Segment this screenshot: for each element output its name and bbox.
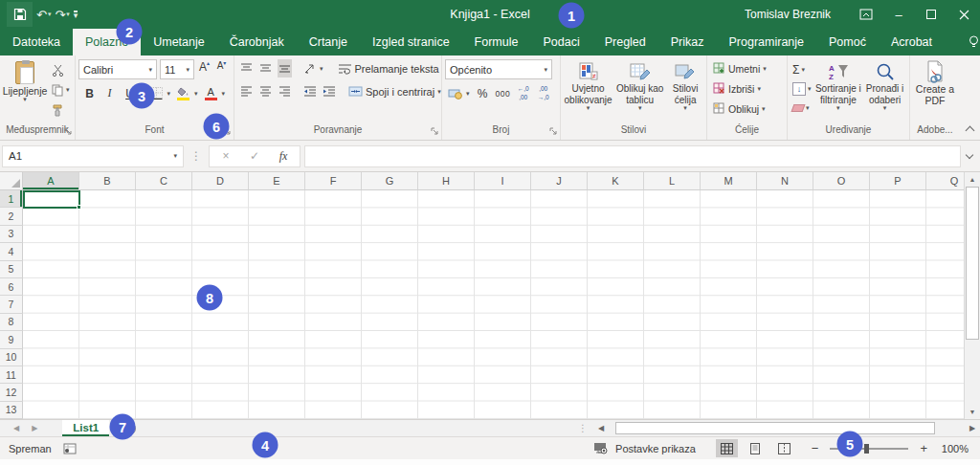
customize-qat-button[interactable]: ▾ bbox=[74, 11, 78, 18]
horizontal-scrollbar[interactable]: ⋮ ◀ ▶ bbox=[572, 420, 980, 436]
ribbon-tab[interactable]: Pregled bbox=[592, 29, 658, 55]
column-header[interactable]: E bbox=[249, 172, 305, 190]
expand-formula-bar-button[interactable] bbox=[961, 155, 978, 158]
align-bottom-button[interactable] bbox=[278, 59, 292, 78]
percent-style-button[interactable]: % bbox=[476, 84, 490, 102]
number-dialog-launcher-icon[interactable] bbox=[549, 127, 558, 136]
row-header[interactable]: 12 bbox=[0, 384, 23, 401]
alignment-dialog-launcher-icon[interactable] bbox=[431, 127, 439, 136]
bold-button[interactable]: B bbox=[82, 84, 97, 102]
column-header[interactable]: L bbox=[644, 172, 701, 190]
new-sheet-button[interactable]: + bbox=[122, 422, 136, 435]
align-center-button[interactable] bbox=[258, 82, 273, 100]
select-all-button[interactable] bbox=[0, 172, 23, 190]
fill-color-button[interactable] bbox=[176, 84, 190, 102]
splitter-handle[interactable]: ⋮ bbox=[572, 423, 593, 433]
row-header[interactable]: 9 bbox=[0, 331, 23, 348]
increase-indent-button[interactable] bbox=[322, 82, 336, 100]
accounting-format-button[interactable] bbox=[448, 84, 463, 102]
zoom-slider-handle[interactable] bbox=[864, 444, 869, 454]
column-header[interactable]: K bbox=[588, 172, 644, 190]
sheet-tab[interactable]: List1 bbox=[62, 420, 109, 436]
row-header[interactable]: 8 bbox=[0, 314, 23, 331]
name-box[interactable]: A1 ▾ bbox=[2, 145, 184, 167]
font-size-select[interactable]: 11▾ bbox=[160, 59, 194, 79]
number-format-select[interactable]: Općenito▾ bbox=[445, 59, 552, 79]
align-right-button[interactable] bbox=[278, 82, 292, 100]
fill-button[interactable]: ↓▾ bbox=[791, 80, 813, 98]
enter-button[interactable]: ✓ bbox=[240, 149, 269, 163]
copy-button[interactable]: ▾ bbox=[50, 81, 72, 99]
merge-center-button[interactable]: Spoji i centriraj ▾ bbox=[348, 86, 441, 98]
grow-font-button[interactable]: A▴ bbox=[197, 60, 212, 78]
zoom-out-button[interactable]: − bbox=[810, 441, 821, 455]
increase-decimal-button[interactable]: ←,0 ,00 bbox=[516, 84, 530, 102]
display-settings-label[interactable]: Postavke prikaza bbox=[615, 443, 696, 454]
vertical-scrollbar[interactable]: ▲ ▼ bbox=[964, 172, 980, 419]
normal-view-button[interactable] bbox=[716, 439, 738, 457]
redo-button[interactable]: ↷▾ bbox=[55, 8, 69, 22]
zoom-in-button[interactable]: + bbox=[918, 441, 929, 455]
decrease-indent-button[interactable] bbox=[302, 82, 317, 100]
underline-button[interactable]: U bbox=[122, 84, 137, 102]
row-header[interactable]: 7 bbox=[0, 296, 23, 313]
cells-area[interactable] bbox=[23, 190, 980, 419]
column-header[interactable]: H bbox=[418, 172, 475, 190]
borders-button[interactable] bbox=[149, 84, 164, 102]
align-left-button[interactable] bbox=[239, 82, 254, 100]
italic-button[interactable]: I bbox=[102, 84, 117, 102]
find-select-button[interactable]: Pronađi i odaberi ▾ bbox=[863, 59, 906, 123]
ribbon-tab[interactable]: Umetanje bbox=[141, 29, 217, 55]
ribbon-tab[interactable]: Podaci bbox=[530, 29, 591, 55]
format-painter-button[interactable] bbox=[50, 101, 72, 119]
column-header[interactable]: B bbox=[79, 172, 136, 190]
font-color-button[interactable]: A bbox=[204, 84, 218, 102]
paste-button[interactable]: Lijepljenje ▾ bbox=[3, 59, 47, 123]
horizontal-scroll-track[interactable] bbox=[610, 422, 964, 434]
row-header[interactable]: 13 bbox=[0, 402, 23, 419]
column-header[interactable]: A bbox=[23, 172, 79, 190]
maximize-button[interactable] bbox=[915, 0, 947, 29]
ribbon-tab[interactable]: Formule bbox=[462, 29, 531, 55]
undo-button[interactable]: ↶▾ bbox=[36, 8, 51, 22]
ribbon-tab[interactable]: Acrobat bbox=[879, 29, 945, 55]
decrease-decimal-button[interactable]: ,00 →,0 bbox=[536, 84, 550, 102]
ribbon-tab[interactable]: Polazno bbox=[73, 29, 141, 55]
cut-button[interactable] bbox=[50, 61, 72, 78]
clear-button[interactable]: ▾ bbox=[791, 100, 813, 117]
vertical-scroll-thumb[interactable] bbox=[966, 187, 979, 340]
scroll-up-button[interactable]: ▲ bbox=[965, 172, 980, 187]
insert-cells-button[interactable]: Umetni ▾ bbox=[713, 59, 784, 78]
collapse-ribbon-button[interactable] bbox=[966, 126, 975, 136]
row-header[interactable]: 6 bbox=[0, 278, 23, 296]
column-header[interactable]: P bbox=[870, 172, 926, 190]
ribbon-tab[interactable]: Prikaz bbox=[658, 29, 717, 55]
macro-record-icon[interactable] bbox=[63, 443, 77, 454]
column-header[interactable]: M bbox=[701, 172, 757, 190]
column-header[interactable]: N bbox=[757, 172, 813, 190]
display-settings-icon[interactable] bbox=[593, 442, 609, 454]
column-header[interactable]: I bbox=[475, 172, 531, 190]
delete-cells-button[interactable]: Izbriši ▾ bbox=[713, 79, 784, 98]
font-dialog-launcher-icon[interactable] bbox=[223, 127, 232, 136]
tab-datoteka[interactable]: Datoteka bbox=[0, 29, 73, 55]
close-button[interactable] bbox=[947, 0, 980, 29]
zoom-slider[interactable] bbox=[830, 448, 908, 450]
align-top-button[interactable] bbox=[239, 59, 254, 78]
page-layout-view-button[interactable] bbox=[745, 439, 767, 457]
ribbon-tab[interactable]: Pomoć bbox=[816, 29, 879, 55]
scroll-down-button[interactable]: ▼ bbox=[965, 405, 980, 419]
wrap-text-button[interactable]: Prelamanje teksta bbox=[338, 63, 439, 75]
format-cells-button[interactable]: Oblikuj ▾ bbox=[713, 100, 784, 118]
ribbon-tab[interactable]: Crtanje bbox=[297, 29, 360, 55]
ribbon-display-options-button[interactable] bbox=[850, 0, 882, 29]
sort-filter-button[interactable]: AZ Sortiranje i filtriranje ▾ bbox=[815, 59, 862, 123]
tab-recite[interactable]: Recite bbox=[956, 29, 980, 55]
create-pdf-button[interactable]: Create a PDF bbox=[913, 59, 957, 123]
conditional-formatting-button[interactable]: ≠ Uvjetno oblikovanje ▾ bbox=[564, 59, 612, 123]
row-header[interactable]: 1 bbox=[0, 190, 23, 208]
active-cell-selection[interactable] bbox=[23, 190, 80, 209]
cell-styles-button[interactable]: Stilovi ćelija ▾ bbox=[667, 59, 703, 123]
fill-handle[interactable] bbox=[77, 205, 81, 210]
row-header[interactable]: 11 bbox=[0, 366, 23, 384]
